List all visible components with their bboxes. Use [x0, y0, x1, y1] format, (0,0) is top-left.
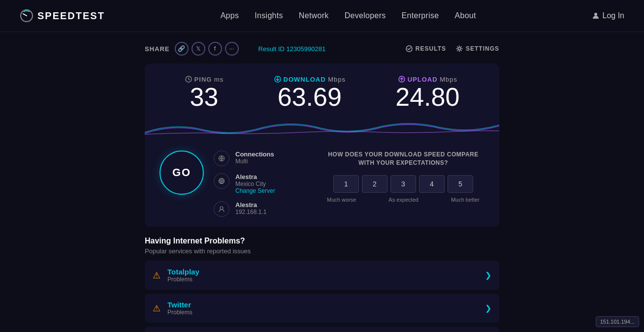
service-item-twitter[interactable]: ⚠ Twitter Problems ❯: [145, 294, 499, 323]
user-server-icon: [214, 201, 229, 217]
connections-item: Connections Multi: [214, 151, 302, 166]
svg-point-3: [458, 48, 460, 50]
share-section: SHARE 🔗 𝕏 f ···: [145, 42, 239, 56]
expectations-section: HOW DOES YOUR DOWNLOAD SPEED COMPARE WIT…: [322, 151, 484, 217]
ip-badge: 151.101.194...: [596, 316, 639, 327]
bottom-panel: GO Connections Multi: [145, 141, 499, 227]
service-status-totalplay: Problems: [167, 276, 478, 283]
logo[interactable]: SPEEDTEST: [20, 9, 105, 23]
nav-about[interactable]: About: [454, 11, 476, 20]
exp-label-center: As expected: [388, 197, 419, 203]
header: SPEEDTEST Apps Insights Network Develope…: [0, 0, 644, 32]
go-button[interactable]: GO: [160, 151, 204, 195]
server-info: Connections Multi: [214, 151, 302, 217]
ping-icon: [185, 75, 193, 83]
warning-icon-twitter: ⚠: [153, 303, 161, 314]
exp-label-right: Much better: [451, 197, 480, 203]
exp-btn-5[interactable]: 5: [448, 175, 473, 193]
upload-metric: UPLOAD Mbps 24.80: [395, 75, 459, 111]
host-detail: Alestra Mexico City Change Server: [235, 173, 275, 194]
speed-panel: PING ms 33 DOWNLOAD Mbps: [145, 63, 499, 227]
result-id: Result ID 12305990281: [258, 45, 326, 53]
main-nav: Apps Insights Network Developers Enterpr…: [221, 11, 476, 20]
user-detail: Alestra 192.168.1.1: [235, 201, 266, 215]
connections-detail: Connections Multi: [235, 151, 274, 165]
globe-icon: [218, 178, 225, 184]
share-label: SHARE: [145, 45, 170, 53]
service-name-twitter: Twitter: [167, 301, 478, 309]
wave-svg: [145, 119, 499, 138]
user-item: Alestra 192.168.1.1: [214, 201, 302, 217]
share-link-button[interactable]: 🔗: [175, 42, 189, 56]
host-item: Alestra Mexico City Change Server: [214, 173, 302, 194]
result-id-value[interactable]: 12305990281: [287, 45, 326, 53]
gear-icon: [456, 45, 463, 52]
nav-developers[interactable]: Developers: [345, 11, 386, 20]
user-icon: [592, 12, 600, 20]
upload-icon: [398, 75, 406, 83]
share-facebook-button[interactable]: f: [208, 42, 222, 56]
upload-value: 24.80: [395, 83, 459, 111]
service-item-instagram[interactable]: ⚠ Instagram Problems ❯: [145, 327, 499, 332]
svg-point-10: [220, 207, 223, 210]
problems-title: Having Internet Problems?: [145, 237, 499, 245]
go-section: GO: [160, 151, 204, 195]
ping-value: 33: [185, 83, 224, 111]
service-name-totalplay: Totalplay: [167, 268, 478, 276]
chevron-right-totalplay: ❯: [485, 271, 491, 280]
exp-btn-4[interactable]: 4: [419, 175, 445, 193]
problems-section: Having Internet Problems? Popular servic…: [145, 237, 499, 332]
speedtest-logo-icon: [20, 9, 33, 23]
wave-chart: [145, 119, 499, 138]
login-button[interactable]: Log In: [592, 11, 624, 20]
share-more-button[interactable]: ···: [225, 42, 239, 56]
nav-apps[interactable]: Apps: [221, 11, 239, 20]
nav-insights[interactable]: Insights: [255, 11, 283, 20]
nav-enterprise[interactable]: Enterprise: [402, 11, 439, 20]
ping-metric: PING ms 33: [185, 75, 224, 111]
share-icons: 🔗 𝕏 f ···: [175, 42, 239, 56]
connections-svg-icon: [218, 155, 225, 162]
user-server-svg-icon: [218, 206, 225, 212]
exp-label-left: Much worse: [327, 197, 356, 203]
expectations-buttons: 1 2 3 4 5: [322, 175, 484, 193]
download-value: 63.69: [274, 83, 346, 111]
service-info-totalplay: Totalplay Problems: [167, 268, 478, 283]
chevron-right-twitter: ❯: [485, 303, 491, 313]
expectations-title: HOW DOES YOUR DOWNLOAD SPEED COMPARE WIT…: [322, 151, 484, 167]
warning-icon-totalplay: ⚠: [153, 270, 161, 281]
download-metric: DOWNLOAD Mbps 63.69: [274, 75, 346, 111]
logo-text: SPEEDTEST: [37, 10, 105, 22]
exp-btn-3[interactable]: 3: [390, 175, 416, 193]
exp-btn-1[interactable]: 1: [333, 175, 359, 193]
result-actions: RESULTS SETTINGS: [406, 45, 499, 52]
svg-point-1: [594, 13, 597, 16]
nav-network[interactable]: Network: [299, 11, 329, 20]
host-icon: [214, 173, 229, 189]
check-circle-icon: [406, 45, 413, 52]
change-server-link[interactable]: Change Server: [235, 187, 275, 194]
results-button[interactable]: RESULTS: [406, 45, 446, 52]
service-item-totalplay[interactable]: ⚠ Totalplay Problems ❯: [145, 261, 499, 290]
share-twitter-button[interactable]: 𝕏: [192, 42, 205, 56]
login-label: Log In: [603, 11, 624, 20]
speed-metrics: PING ms 33 DOWNLOAD Mbps: [145, 63, 499, 116]
download-icon: [274, 75, 282, 83]
problems-subtitle: Popular services with reported issues: [145, 247, 499, 255]
connections-icon: [214, 151, 229, 166]
main-content: SHARE 🔗 𝕏 f ··· Result ID 12305990281 RE…: [0, 32, 644, 332]
service-info-twitter: Twitter Problems: [167, 301, 478, 316]
settings-button[interactable]: SETTINGS: [456, 45, 499, 52]
expectations-labels: Much worse As expected Much better: [322, 197, 484, 203]
exp-btn-2[interactable]: 2: [362, 175, 387, 193]
service-status-twitter: Problems: [167, 309, 478, 316]
share-row: SHARE 🔗 𝕏 f ··· Result ID 12305990281 RE…: [145, 42, 499, 56]
